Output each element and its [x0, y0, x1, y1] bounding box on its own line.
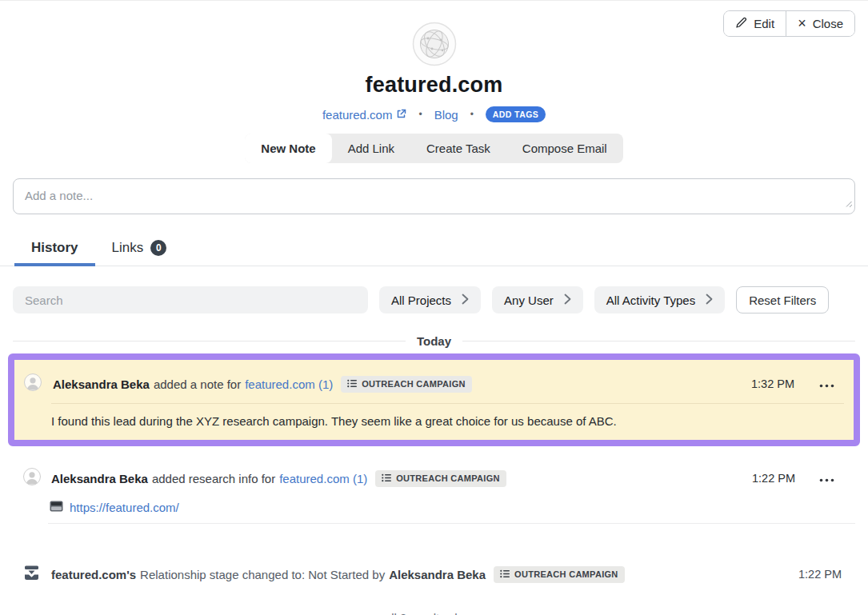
close-button[interactable]: × Close: [786, 11, 854, 36]
divider-line: [13, 341, 406, 341]
actor-name: Aleksandra Beka: [51, 472, 148, 485]
chevron-right-icon: [462, 294, 469, 307]
research-url-link[interactable]: https://featured.com/: [70, 501, 179, 514]
activity-summary: Aleksandra Beka added research info for …: [51, 470, 733, 487]
activity-summary: featured.com's Relationship stage change…: [51, 566, 778, 583]
target-link[interactable]: featured.com (1): [245, 377, 333, 391]
timestamp: 1:32 PM: [751, 377, 794, 390]
activity-types-filter-label: All Activity Types: [606, 294, 695, 307]
person-avatar-icon: [22, 467, 42, 489]
date-divider: Today: [13, 334, 855, 348]
action-tabs: New Note Add Link Create Task Compose Em…: [245, 134, 622, 163]
timestamp: 1:22 PM: [798, 568, 842, 581]
website-link[interactable]: featured.com: [322, 108, 407, 122]
filters-bar: All Projects Any User All Activity Types…: [13, 286, 855, 313]
activity-item-research: Aleksandra Beka added research info for …: [0, 457, 868, 524]
campaign-badge[interactable]: OUTREACH CAMPAIGN: [494, 566, 625, 583]
campaign-badge-label: OUTREACH CAMPAIGN: [396, 473, 500, 483]
activity-item-note: Aleksandra Beka added a note for feature…: [8, 353, 860, 446]
target-link[interactable]: featured.com (1): [279, 472, 367, 485]
action-text: added research info for: [152, 472, 275, 485]
edit-button-label: Edit: [754, 17, 774, 30]
list-icon: [500, 569, 510, 580]
user-filter-dropdown[interactable]: Any User: [492, 286, 583, 313]
dot-separator: •: [470, 109, 474, 120]
ellipsis-icon: [819, 378, 834, 390]
user-filter-label: Any User: [504, 294, 554, 307]
webpage-icon: [50, 501, 63, 514]
blog-link[interactable]: Blog: [434, 108, 458, 122]
note-text: I found this lead during the XYZ researc…: [14, 404, 854, 440]
list-icon: [382, 473, 391, 484]
divider-line: [462, 341, 855, 341]
results-count-label: all 3 results shown: [0, 611, 868, 615]
campaign-badge-label: OUTREACH CAMPAIGN: [514, 569, 618, 579]
dot-separator: •: [418, 109, 422, 120]
activity-summary: Aleksandra Beka added a note for feature…: [53, 376, 731, 393]
tab-links[interactable]: Links 0: [95, 231, 184, 266]
note-input-box: [13, 178, 855, 214]
view-tabs: History Links 0: [0, 231, 868, 266]
actor-name: Aleksandra Beka: [53, 377, 150, 391]
tab-create-task[interactable]: Create Task: [410, 134, 506, 163]
external-link-icon: [396, 108, 406, 122]
close-icon: ×: [798, 16, 806, 30]
subject-name: featured.com's: [51, 568, 136, 581]
add-tags-button[interactable]: ADD TAGS: [486, 106, 546, 122]
search-input[interactable]: [13, 286, 368, 313]
projects-filter-label: All Projects: [391, 294, 451, 307]
chevron-right-icon: [564, 294, 571, 307]
note-input[interactable]: [13, 178, 855, 214]
links-count-badge: 0: [150, 240, 166, 256]
campaign-badge[interactable]: OUTREACH CAMPAIGN: [341, 376, 472, 393]
date-group-label: Today: [417, 334, 451, 348]
actor-name: Aleksandra Beka: [389, 568, 486, 581]
website-link-label: featured.com: [322, 108, 393, 122]
more-menu-button[interactable]: [816, 470, 838, 487]
campaign-badge-label: OUTREACH CAMPAIGN: [362, 379, 466, 389]
item-separator: [48, 523, 855, 524]
globe-avatar-icon: [412, 22, 457, 66]
research-link-row: https://featured.com/: [0, 494, 868, 522]
tab-history[interactable]: History: [14, 231, 95, 266]
tab-history-label: History: [31, 240, 78, 256]
window-actions: Edit × Close: [723, 10, 855, 37]
activity-types-filter-dropdown[interactable]: All Activity Types: [594, 286, 725, 313]
projects-filter-dropdown[interactable]: All Projects: [379, 286, 481, 313]
stage-change-icon: [22, 564, 41, 585]
activity-item-stage-change: featured.com's Relationship stage change…: [0, 564, 868, 585]
pencil-icon: [735, 17, 747, 31]
page-title: featured.com: [0, 73, 868, 97]
tab-compose-email[interactable]: Compose Email: [506, 134, 623, 163]
action-text: Relationship stage changed to: Not Start…: [140, 568, 385, 581]
tab-new-note[interactable]: New Note: [245, 134, 331, 163]
close-button-label: Close: [813, 17, 843, 30]
action-text: added a note for: [154, 377, 241, 391]
tab-add-link[interactable]: Add Link: [332, 134, 410, 163]
reset-filters-button[interactable]: Reset Filters: [736, 286, 829, 313]
header-links: featured.com • Blog • ADD TAGS: [0, 106, 868, 122]
tab-links-label: Links: [112, 240, 144, 256]
edit-button[interactable]: Edit: [724, 11, 786, 36]
activity-header: Aleksandra Beka added a note for feature…: [14, 360, 854, 403]
timestamp: 1:22 PM: [752, 472, 795, 485]
activity-header: Aleksandra Beka added research info for …: [0, 457, 868, 494]
person-avatar-icon: [23, 373, 42, 395]
chevron-right-icon: [706, 294, 713, 307]
campaign-badge[interactable]: OUTREACH CAMPAIGN: [375, 470, 506, 487]
list-icon: [347, 379, 357, 389]
more-menu-button[interactable]: [816, 376, 838, 393]
ellipsis-icon: [819, 473, 834, 485]
